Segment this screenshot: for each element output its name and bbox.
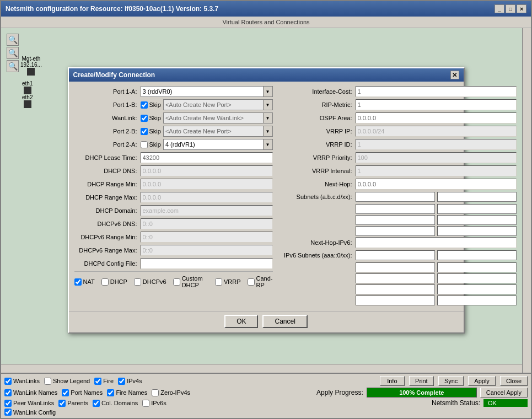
port-1b-checkbox[interactable] [141, 101, 148, 109]
port-1a-select[interactable]: 3 (rddVR0) [141, 86, 273, 97]
dhcpv6-range-max-input[interactable] [141, 245, 273, 256]
ospf-area-input[interactable] [356, 112, 517, 123]
dhcpv6-dns-input[interactable] [141, 218, 273, 229]
dhcp-checkbox[interactable] [101, 278, 109, 286]
dialog-title-text: Create/Modify Connection [73, 71, 155, 79]
ipv6-subnet-r4-2[interactable] [437, 296, 517, 305]
show-legend-item: Show Legend [44, 378, 90, 385]
subnet-input-1[interactable] [356, 192, 435, 202]
subnet-r3-input-1[interactable] [356, 226, 435, 236]
wanlink-select-wrap: <Auto Create New WanLink> ▼ [163, 112, 273, 123]
vrrp-checkbox[interactable] [215, 278, 222, 286]
parents-checkbox[interactable] [58, 400, 66, 407]
dhcp-range-max-input[interactable] [141, 192, 273, 203]
dhcpv6-checkbox[interactable] [134, 278, 141, 286]
dialog-close-button[interactable]: ✕ [450, 71, 459, 79]
dhcp-lease-input[interactable] [141, 152, 273, 163]
port-1b-select[interactable]: <Auto Create New Port> [163, 99, 273, 110]
ipv6-subnet-r4-1[interactable] [356, 296, 435, 305]
port-1b-dropdown-arrow[interactable]: ▼ [263, 99, 273, 110]
wanlink-select[interactable]: <Auto Create New WanLink> [163, 112, 273, 123]
subnet-r1-input-1[interactable] [356, 204, 435, 214]
port-1a-dropdown-arrow[interactable]: ▼ [263, 86, 273, 97]
sync-button[interactable]: Sync [438, 376, 464, 386]
ipv4s-label: IPv4s [127, 378, 142, 384]
next-hop-input[interactable] [356, 179, 517, 190]
ipv6-subnet-input-2[interactable] [437, 250, 517, 260]
cand-rp-checkbox[interactable] [248, 278, 255, 286]
vrrp-id-input[interactable] [356, 139, 517, 150]
vrrp-interval-input[interactable] [356, 165, 517, 176]
nat-checkbox[interactable] [74, 278, 82, 286]
subnet-input-2[interactable] [437, 192, 517, 202]
main-window: Netsmith configuration for Resource: lf0… [0, 0, 532, 419]
ipv6-subnet-r1-2[interactable] [437, 262, 517, 272]
wanlink-names-checkbox[interactable] [4, 389, 12, 396]
dhcpv6-checkbox-item: DHCPv6 [134, 278, 166, 286]
show-legend-checkbox[interactable] [44, 378, 51, 385]
dhcpv6-range-min-input[interactable] [141, 232, 273, 243]
dhcp-range-min-input[interactable] [141, 179, 273, 190]
fire-names-checkbox[interactable] [107, 389, 114, 396]
ipv6-subnet-r3-1[interactable] [356, 284, 435, 294]
close-button[interactable]: ✕ [517, 4, 526, 13]
toolbar-row-3: Peer WanLinks Parents Col. Domains IPv6s… [4, 399, 528, 407]
ipv6s-item: IPv6s [142, 400, 166, 407]
dhcp-range-min-label: DHCP Range Min: [74, 181, 141, 187]
peer-wanlinks-checkbox[interactable] [4, 400, 12, 407]
ipv6-subnet-r2-2[interactable] [437, 273, 517, 283]
ipv6-subnet-input-1[interactable] [356, 250, 435, 260]
subnet-r1-input-2[interactable] [437, 204, 517, 214]
close-button[interactable]: Close [500, 376, 528, 386]
dhcp-domain-input[interactable] [141, 205, 273, 216]
print-button[interactable]: Print [409, 376, 434, 386]
info-button[interactable]: Info [380, 376, 405, 386]
wanlink-config-checkbox[interactable] [4, 409, 12, 416]
rip-metric-input[interactable] [356, 99, 517, 110]
port-2b-checkbox[interactable] [141, 128, 148, 135]
port-2a-select-wrap: 4 (rddVR1) ▼ [163, 139, 273, 150]
port-names-checkbox[interactable] [62, 389, 69, 396]
port-2a-checkbox[interactable] [141, 141, 148, 148]
subnet-r2-input-2[interactable] [437, 215, 517, 225]
ok-button[interactable]: OK [224, 315, 258, 328]
port-2a-dropdown-arrow[interactable]: ▼ [263, 139, 273, 150]
ipv4s-item: IPv4s [118, 378, 142, 385]
dhcpd-config-input[interactable] [141, 258, 273, 269]
subnet-r3-input-2[interactable] [437, 226, 517, 236]
port-2b-dropdown-arrow[interactable]: ▼ [263, 126, 273, 137]
wanlink-dropdown-arrow[interactable]: ▼ [263, 112, 273, 123]
subnet-r2-input-1[interactable] [356, 215, 435, 225]
vrrp-ip-input[interactable] [356, 126, 517, 137]
wanlink-checkbox[interactable] [141, 115, 148, 122]
maximize-button[interactable]: □ [506, 4, 515, 13]
fire-checkbox[interactable] [94, 378, 101, 385]
cancel-button[interactable]: Cancel [262, 315, 307, 328]
apply-button[interactable]: Apply [468, 376, 496, 386]
ipv4s-checkbox[interactable] [118, 378, 125, 385]
vrrp-priority-input[interactable] [356, 152, 517, 163]
col-domains-checkbox[interactable] [93, 400, 100, 407]
interface-cost-label: Interface-Cost: [278, 88, 356, 95]
custom-dhcp-checkbox[interactable] [173, 278, 180, 286]
interface-cost-input[interactable] [356, 86, 517, 97]
subnets-row-1 [356, 204, 517, 214]
port-2b-row: Port 2-B: Skip <Auto Create New Port> [74, 126, 273, 137]
ipv6s-checkbox[interactable] [142, 400, 149, 407]
zero-ipv4s-checkbox[interactable] [152, 389, 159, 396]
ipv6-subnet-r2-1[interactable] [356, 273, 435, 283]
ipv6-subnet-r1-1[interactable] [356, 262, 435, 272]
interface-cost-row: Interface-Cost: [278, 86, 517, 97]
ipv6-subnet-r3-2[interactable] [437, 284, 517, 294]
minimize-button[interactable]: _ [495, 4, 504, 13]
dhcp-dns-input[interactable] [141, 165, 273, 176]
dialog-overlay: Create/Modify Connection ✕ Port 1-A: [1, 28, 531, 373]
wanlinks-checkbox[interactable] [4, 378, 12, 385]
port-2b-label: Port 2-B: [74, 128, 141, 135]
port-2a-select[interactable]: 4 (rddVR1) [163, 139, 273, 150]
port-1b-label: Port 1-B: [74, 101, 141, 108]
port-2b-select[interactable]: <Auto Create New Port> [163, 126, 273, 137]
cancel-apply-button[interactable]: Cancel Apply [480, 388, 528, 397]
wanlink-names-item: WanLink Names [4, 389, 57, 396]
next-hop-ipv6-input[interactable] [356, 237, 517, 248]
